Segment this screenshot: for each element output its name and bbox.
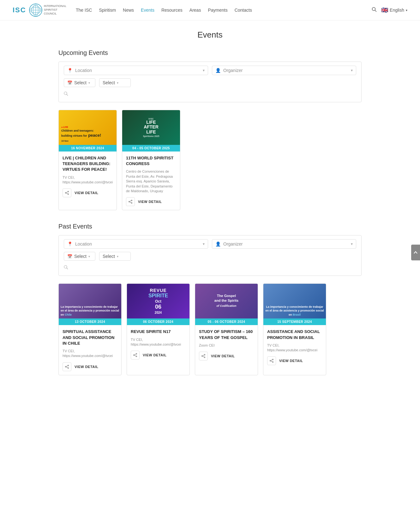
svg-point-37	[273, 359, 273, 360]
past-event-location-2: Zoom CEI	[199, 343, 254, 348]
nav-resources[interactable]: Resources	[161, 8, 183, 13]
upcoming-event-body-1: 11TH WORLD SPIRITIST CONGRESS Centro de …	[122, 152, 180, 210]
view-detail-button-1[interactable]: VIEW DETAIL	[138, 200, 162, 204]
svg-line-36	[203, 356, 204, 357]
past-filter-box: 📍 Location ▾ 👤 Organizer ▾ 📅 Select ▾ S	[58, 235, 362, 276]
past-share-button-1[interactable]	[131, 351, 140, 359]
share-icon	[129, 200, 132, 204]
chevron-down-icon: ▾	[117, 81, 118, 85]
past-event-img-2: The Gospeland the Spiritsof Codification	[195, 284, 258, 318]
past-search-row	[64, 264, 356, 272]
past-filter-row-2: 📅 Select ▾ Select ▾	[64, 252, 356, 261]
svg-point-32	[204, 354, 205, 355]
svg-point-28	[134, 355, 135, 356]
svg-point-22	[68, 365, 69, 366]
past-share-button-0[interactable]	[63, 362, 71, 371]
upcoming-location-select[interactable]: 📍 Location ▾	[64, 66, 208, 75]
svg-line-21	[67, 268, 68, 269]
search-icon	[64, 265, 68, 270]
past-event-body-0: SPIRITUAL ASSISTANCE AND SOCIAL PROMOTIO…	[59, 325, 121, 375]
past-select2-label: Select	[103, 254, 115, 259]
svg-point-33	[202, 356, 203, 357]
chevron-down-icon: ▾	[203, 68, 205, 73]
upcoming-event-card-0[interactable]: ● LIVE Children and teenagers:building v…	[58, 110, 117, 210]
past-event-card-3[interactable]: La importancia y conocimiento de trabaja…	[263, 283, 326, 375]
upcoming-events-section: Upcoming Events 📍 Location ▾ 👤 Organizer…	[58, 49, 362, 210]
view-detail-button-0[interactable]: VIEW DETAIL	[75, 191, 99, 195]
past-event-actions-3: VIEW DETAIL	[267, 356, 322, 365]
language-label: English	[390, 8, 404, 13]
upcoming-events-title: Upcoming Events	[58, 49, 362, 56]
main-nav: The ISC Spiritism News Events Resources …	[76, 8, 372, 13]
past-view-detail-button-2[interactable]: VIEW DETAIL	[211, 354, 235, 358]
share-button-0[interactable]	[63, 188, 71, 197]
share-button-1[interactable]	[126, 197, 135, 206]
past-organizer-select[interactable]: 👤 Organizer ▾	[212, 239, 356, 249]
upcoming-organizer-select[interactable]: 👤 Organizer ▾	[212, 66, 356, 75]
logo-text: ISC	[13, 6, 26, 14]
past-share-button-3[interactable]	[267, 356, 276, 365]
svg-point-27	[136, 354, 137, 354]
nav-events[interactable]: Events	[141, 8, 154, 13]
svg-point-6	[372, 8, 375, 11]
past-event-card-1[interactable]: REVUE SPIRITE Oct062024 06 OCTOBER 2024 …	[127, 283, 190, 375]
page-content: Events Upcoming Events 📍 Location ▾ 👤 Or…	[52, 21, 368, 397]
past-view-detail-button-1[interactable]: VIEW DETAIL	[143, 353, 167, 357]
upcoming-select1-label: Select	[74, 80, 87, 85]
past-events-grid: La importancia y conocimiento de trabaja…	[58, 283, 362, 375]
past-select1[interactable]: 📅 Select ▾	[64, 252, 95, 261]
svg-line-35	[203, 355, 204, 356]
upcoming-filter-box: 📍 Location ▾ 👤 Organizer ▾ 📅 Select ▾ S	[58, 62, 362, 102]
search-button[interactable]	[372, 7, 377, 13]
past-view-detail-button-0[interactable]: VIEW DETAIL	[75, 365, 99, 369]
svg-line-30	[135, 354, 136, 355]
past-event-actions-1: VIEW DETAIL	[131, 351, 186, 359]
upcoming-event-location-1: Centro de Convenciones de Punta del Este…	[126, 169, 176, 193]
svg-point-17	[131, 203, 132, 204]
past-event-body-1: REVUE SPIRITE N17 TV CEI, https://www.yo…	[127, 325, 189, 363]
past-view-detail-button-3[interactable]: VIEW DETAIL	[279, 359, 303, 363]
past-location-label: Location	[75, 241, 200, 247]
past-share-button-2[interactable]	[199, 352, 208, 360]
svg-line-13	[66, 192, 68, 193]
svg-point-11	[65, 193, 66, 193]
past-event-title-2: STUDY OF SPIRITISM – 160 YEARS OF THE GO…	[199, 329, 254, 340]
past-event-card-2[interactable]: The Gospeland the Spiritsof Codification…	[195, 283, 258, 375]
nav-payments[interactable]: Payments	[208, 8, 227, 13]
chevron-down-icon: ▾	[88, 81, 90, 85]
past-event-img-0: La importancia y conocimiento de trabaja…	[59, 284, 121, 318]
svg-line-7	[375, 10, 377, 12]
past-event-date-1: 06 OCTOBER 2024	[127, 318, 189, 325]
logo-area[interactable]: ISC INTERNATIONAL SPIRITIST COUNCIL	[13, 3, 66, 17]
scroll-to-top-button[interactable]	[411, 245, 420, 260]
upcoming-event-actions-0: VIEW DETAIL	[63, 188, 113, 197]
past-event-card-0[interactable]: La importancia y conocimiento de trabaja…	[58, 283, 122, 375]
nav-the-isc[interactable]: The ISC	[76, 8, 92, 13]
past-select1-label: Select	[74, 254, 87, 259]
logo-icon	[29, 3, 43, 17]
upcoming-event-card-1[interactable]: IVSC LIFEAFTERLIFE Spiritismo 2025 04 - …	[122, 110, 180, 210]
past-location-select[interactable]: 📍 Location ▾	[64, 239, 208, 249]
nav-areas[interactable]: Areas	[189, 8, 201, 13]
upcoming-select1[interactable]: 📅 Select ▾	[64, 78, 95, 87]
search-icon	[64, 92, 68, 97]
language-button[interactable]: 🇬🇧 English ▾	[381, 7, 407, 14]
upcoming-event-img-0: ● LIVE Children and teenagers:building v…	[59, 110, 117, 145]
svg-line-19	[130, 202, 131, 203]
nav-contacts[interactable]: Contacts	[235, 8, 252, 13]
calendar-icon: 📅	[67, 80, 72, 85]
svg-point-29	[136, 356, 137, 357]
svg-point-8	[64, 92, 67, 95]
upcoming-select2[interactable]: Select ▾	[99, 78, 131, 87]
past-event-img-3: La importancia y conocimiento de trabaja…	[263, 284, 326, 318]
past-event-date-2: 05 - 06 OCTOBER 2024	[195, 318, 258, 325]
nav-news[interactable]: News	[123, 8, 134, 13]
chevron-down-icon: ▾	[88, 255, 90, 258]
svg-point-38	[270, 360, 271, 361]
chevron-down-icon: ▾	[406, 9, 407, 12]
location-icon: 📍	[67, 241, 73, 247]
upcoming-event-actions-1: VIEW DETAIL	[126, 197, 176, 206]
nav-spiritism[interactable]: Spiritism	[99, 8, 116, 13]
svg-line-26	[66, 367, 68, 367]
past-select2[interactable]: Select ▾	[99, 252, 131, 261]
